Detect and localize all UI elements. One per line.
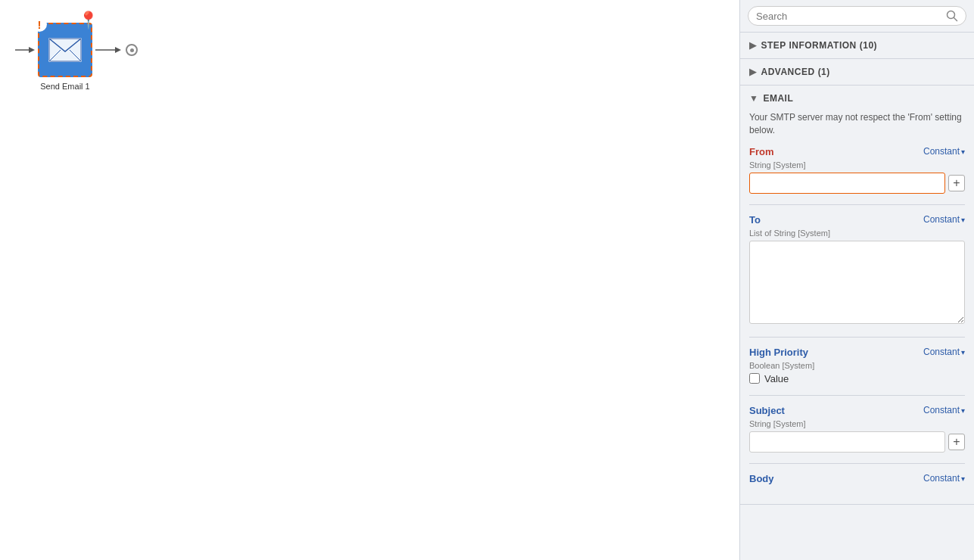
subject-mode-label: Constant [923, 405, 960, 415]
body-mode-label: Constant [923, 473, 960, 484]
arrow-out [95, 42, 138, 58]
advanced-section: ▶ ADVANCED (1) [740, 59, 974, 86]
svg-marker-1 [29, 47, 35, 53]
from-field-type: String [System] [749, 160, 965, 170]
divider-1 [749, 204, 965, 205]
send-email-node[interactable]: ! 📍 Send Email 1 [38, 23, 92, 77]
to-label: To [749, 214, 761, 226]
body-label: Body [749, 473, 774, 484]
subject-field-group: Subject Constant ▾ String [System] + [749, 405, 965, 453]
pin-icon: 📍 [78, 11, 98, 30]
to-textarea[interactable] [749, 241, 965, 324]
svg-line-9 [954, 18, 957, 21]
subject-label: Subject [749, 405, 785, 416]
step-information-header[interactable]: ▶ STEP INFORMATION (10) [740, 33, 974, 58]
to-constant-dropdown[interactable]: Constant ▾ [923, 214, 965, 225]
high-priority-constant-dropdown[interactable]: Constant ▾ [923, 347, 965, 357]
endpoint-circle [126, 44, 138, 56]
email-content: Your SMTP server may not respect the 'Fr… [740, 111, 974, 504]
to-field-group: To Constant ▾ List of String [System] [749, 214, 965, 326]
to-field-header: To Constant ▾ [749, 214, 965, 226]
high-priority-field-header: High Priority Constant ▾ [749, 347, 965, 358]
divider-2 [749, 337, 965, 338]
subject-input[interactable] [749, 431, 945, 453]
search-input[interactable] [756, 11, 946, 22]
email-notice: Your SMTP server may not respect the 'Fr… [749, 111, 965, 137]
from-mode-label: Constant [923, 146, 960, 157]
step-information-label: STEP INFORMATION [761, 40, 857, 51]
body-dropdown-chevron-icon: ▾ [961, 474, 965, 483]
to-mode-label: Constant [923, 214, 960, 225]
canvas-area: ! 📍 Send Email 1 [0, 0, 739, 560]
email-chevron-icon: ▼ [749, 93, 758, 104]
from-field-header: From Constant ▾ [749, 146, 965, 157]
high-priority-checkbox[interactable] [749, 373, 760, 384]
divider-3 [749, 395, 965, 396]
advanced-chevron-icon: ▶ [749, 67, 757, 77]
email-label: EMAIL [763, 93, 793, 104]
search-icon [946, 10, 958, 22]
advanced-header[interactable]: ▶ ADVANCED (1) [740, 59, 974, 85]
from-input[interactable] [749, 173, 945, 194]
divider-4 [749, 463, 965, 464]
search-bar [740, 0, 974, 33]
subject-plus-button[interactable]: + [948, 434, 965, 450]
search-input-wrapper[interactable] [748, 6, 966, 26]
body-field-group: Body Constant ▾ [749, 473, 965, 484]
high-priority-dropdown-chevron-icon: ▾ [961, 348, 965, 356]
right-panel: ▶ STEP INFORMATION (10) ▶ ADVANCED (1) ▼… [739, 0, 974, 560]
advanced-label: ADVANCED [761, 67, 815, 77]
subject-field-type: String [System] [749, 419, 965, 428]
high-priority-field-type: Boolean [System] [749, 361, 965, 370]
from-plus-button[interactable]: + [948, 175, 965, 191]
from-dropdown-chevron-icon: ▾ [961, 148, 965, 156]
high-priority-mode-label: Constant [923, 347, 960, 357]
high-priority-label: High Priority [749, 347, 808, 358]
subject-field-header: Subject Constant ▾ [749, 405, 965, 416]
subject-constant-dropdown[interactable]: Constant ▾ [923, 405, 965, 415]
to-field-type: List of String [System] [749, 229, 965, 238]
body-field-header: Body Constant ▾ [749, 473, 965, 484]
svg-marker-7 [115, 47, 121, 53]
workflow-node[interactable]: ! 📍 Send Email 1 [15, 23, 138, 77]
from-input-wrapper: + [749, 173, 965, 194]
high-priority-checkbox-row: Value [749, 373, 965, 384]
arrow-in [15, 42, 36, 58]
to-dropdown-chevron-icon: ▾ [961, 216, 965, 224]
high-priority-checkbox-label: Value [764, 373, 789, 384]
error-badge: ! [32, 17, 47, 32]
from-label: From [749, 146, 774, 157]
subject-input-wrapper: + [749, 431, 965, 453]
email-section: ▼ EMAIL Your SMTP server may not respect… [740, 86, 974, 505]
step-info-chevron-icon: ▶ [749, 40, 757, 51]
from-field-group: From Constant ▾ String [System] + [749, 146, 965, 194]
step-information-section: ▶ STEP INFORMATION (10) [740, 33, 974, 59]
envelope-icon [48, 38, 82, 62]
advanced-count: (1) [818, 67, 830, 77]
node-label: Send Email 1 [40, 82, 89, 91]
email-header[interactable]: ▼ EMAIL [740, 86, 974, 111]
subject-dropdown-chevron-icon: ▾ [961, 406, 965, 415]
step-information-count: (10) [860, 40, 877, 51]
body-constant-dropdown[interactable]: Constant ▾ [923, 473, 965, 484]
high-priority-field-group: High Priority Constant ▾ Boolean [System… [749, 347, 965, 384]
from-constant-dropdown[interactable]: Constant ▾ [923, 146, 965, 157]
